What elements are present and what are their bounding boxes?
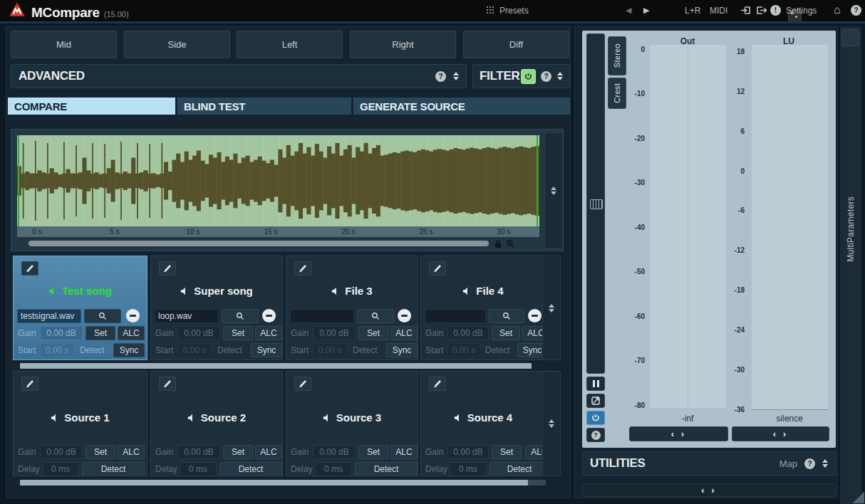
- filter-section-bar[interactable]: FILTER ?: [472, 64, 570, 88]
- home-icon[interactable]: ⌂: [834, 4, 841, 16]
- edit-name-icon[interactable]: [21, 377, 38, 391]
- lu-meter-range-button[interactable]: ‹ ›: [732, 426, 829, 441]
- filter-collapse-icon[interactable]: [557, 72, 563, 80]
- lock-icon[interactable]: [493, 238, 503, 248]
- filter-help-icon[interactable]: ?: [541, 71, 551, 82]
- multiparameters-expand-button[interactable]: [841, 29, 859, 46]
- channel-button-diff[interactable]: Diff: [463, 31, 569, 58]
- pause-meters-button[interactable]: [586, 377, 605, 391]
- browse-file-button[interactable]: [489, 309, 524, 323]
- file-slot-1[interactable]: Test song testsignal.wav Gain 0.00 dB Se…: [13, 256, 147, 360]
- channel-button-left[interactable]: Left: [237, 31, 343, 58]
- source-slots-spinner[interactable]: [542, 371, 561, 476]
- file-slots-spinner[interactable]: [542, 256, 561, 360]
- gain-value[interactable]: 0.00 dB: [177, 326, 220, 340]
- gain-value[interactable]: 0.00 dB: [313, 326, 356, 340]
- gain-value[interactable]: 0.00 dB: [177, 445, 220, 459]
- presets-button[interactable]: Presets: [487, 6, 529, 16]
- next-preset-icon[interactable]: ▶: [643, 6, 649, 14]
- set-gain-button[interactable]: Set: [223, 445, 253, 459]
- edit-name-icon[interactable]: [159, 261, 176, 275]
- detect-start-button[interactable]: Detect: [80, 345, 105, 355]
- waveform-scrollbar[interactable]: [29, 241, 489, 246]
- meters-help-button[interactable]: ?: [586, 428, 605, 442]
- detect-start-button[interactable]: Detect: [353, 345, 378, 355]
- detect-start-button[interactable]: Detect: [485, 345, 510, 355]
- alc-button[interactable]: ALC: [255, 445, 282, 459]
- edit-name-icon[interactable]: [429, 261, 446, 275]
- utilities-help-icon[interactable]: ?: [804, 458, 815, 469]
- meter-tab-crest[interactable]: Crest: [608, 78, 626, 109]
- sync-button[interactable]: Sync: [517, 343, 546, 357]
- tab-generate-source[interactable]: GENERATE SOURCE: [353, 98, 570, 115]
- browse-file-button[interactable]: [222, 309, 259, 323]
- slot-title[interactable]: Super song: [151, 285, 282, 297]
- file-slots-scrollbar[interactable]: [13, 363, 546, 369]
- edit-name-icon[interactable]: [21, 261, 38, 275]
- gain-value[interactable]: 0.00 dB: [447, 326, 489, 340]
- sync-button[interactable]: Sync: [386, 343, 418, 357]
- previous-preset-icon[interactable]: ◀: [626, 6, 631, 14]
- channel-button-mid[interactable]: Mid: [11, 31, 117, 58]
- start-value[interactable]: 0.00 s: [447, 343, 480, 357]
- edit-name-icon[interactable]: [294, 261, 311, 275]
- set-gain-button[interactable]: Set: [86, 326, 115, 340]
- set-gain-button[interactable]: Set: [492, 326, 520, 340]
- edit-name-icon[interactable]: [159, 377, 176, 391]
- file-name-field[interactable]: [425, 309, 486, 323]
- slot-title[interactable]: File 4: [421, 285, 545, 297]
- gain-value[interactable]: 0.00 dB: [40, 326, 83, 340]
- source-slot-3[interactable]: Source 3 Gain 0.00 dB Set ALC Delay 0 ms…: [286, 371, 418, 476]
- meter-tab-stereo[interactable]: Stereo: [608, 36, 626, 75]
- source-slot-4[interactable]: Source 4 Gain 0.00 dB Set ALC Delay 0 ms…: [420, 371, 546, 476]
- remove-file-icon[interactable]: [398, 309, 411, 322]
- remove-file-icon[interactable]: [528, 309, 542, 322]
- sync-button[interactable]: Sync: [113, 343, 145, 357]
- file-slot-2[interactable]: Super song loop.wav Gain 0.00 dB Set ALC…: [150, 256, 283, 360]
- slot-title[interactable]: Source 4: [421, 411, 545, 424]
- help-icon[interactable]: ?: [851, 5, 861, 16]
- panel-width-button[interactable]: ‹ ›: [582, 483, 836, 497]
- source-slot-1[interactable]: Source 1 Gain 0.00 dB Set ALC Delay 0 ms…: [13, 371, 147, 476]
- sync-button[interactable]: Sync: [251, 343, 282, 357]
- popup-window-button[interactable]: [586, 394, 605, 408]
- tab-blind-test[interactable]: BLIND TEST: [177, 98, 351, 115]
- edit-name-icon[interactable]: [429, 377, 446, 391]
- loop-start-marker[interactable]: [18, 135, 19, 226]
- file-name-field[interactable]: loop.wav: [155, 309, 219, 323]
- zoom-out-icon[interactable]: [517, 238, 527, 248]
- delay-value[interactable]: 0 ms: [180, 462, 217, 476]
- source-slot-2[interactable]: Source 2 Gain 0.00 dB Set ALC Delay 0 ms…: [150, 371, 283, 476]
- import-settings-icon[interactable]: [740, 5, 752, 16]
- channel-mode-button[interactable]: L+R: [685, 6, 700, 16]
- delay-value[interactable]: 0 ms: [42, 462, 79, 476]
- set-gain-button[interactable]: Set: [223, 326, 253, 340]
- out-meter-range-button[interactable]: ‹ ›: [629, 426, 728, 441]
- map-button[interactable]: Map: [779, 458, 797, 469]
- slot-title[interactable]: Test song: [14, 285, 147, 297]
- channel-button-right[interactable]: Right: [350, 31, 456, 58]
- window-resize-grip[interactable]: [853, 492, 864, 503]
- settings-button[interactable]: Settings: [786, 6, 817, 16]
- start-value[interactable]: 0.00 s: [40, 343, 74, 357]
- slot-title[interactable]: Source 3: [286, 411, 418, 424]
- detect-delay-button[interactable]: Detect: [82, 462, 145, 476]
- advanced-collapse-icon[interactable]: [453, 72, 459, 80]
- multiparameters-strip[interactable]: MultiParameters: [839, 26, 861, 504]
- set-gain-button[interactable]: Set: [86, 445, 115, 459]
- alert-icon[interactable]: !: [770, 5, 781, 16]
- browse-file-button[interactable]: [84, 309, 121, 323]
- loop-end-marker[interactable]: [537, 135, 538, 226]
- meter-options-strip[interactable]: [586, 33, 605, 374]
- zoom-reset-icon[interactable]: [532, 238, 542, 248]
- detect-delay-button[interactable]: Detect: [490, 462, 546, 476]
- file-name-field[interactable]: testsignal.wav: [17, 309, 81, 323]
- zoom-in-icon[interactable]: [505, 238, 515, 248]
- alc-button[interactable]: ALC: [118, 445, 145, 459]
- set-gain-button[interactable]: Set: [358, 445, 388, 459]
- tab-compare[interactable]: COMPARE: [8, 98, 175, 115]
- set-gain-button[interactable]: Set: [492, 445, 522, 459]
- start-value[interactable]: 0.00 s: [177, 343, 212, 357]
- slot-title[interactable]: Source 1: [14, 411, 147, 424]
- browse-file-button[interactable]: [357, 309, 394, 323]
